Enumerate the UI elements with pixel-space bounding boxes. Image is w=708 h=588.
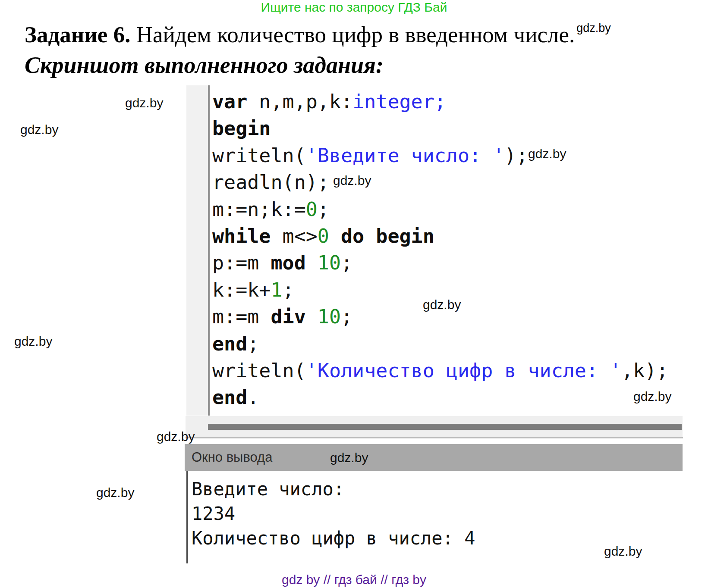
code-segment-number: 1 <box>271 278 282 301</box>
output-window-header: Окно вывода <box>185 444 683 471</box>
watermark: gdz.by <box>330 450 368 465</box>
code-segment-plain: m<> <box>271 225 317 247</box>
code-segment-keyword: end <box>212 386 247 409</box>
code-segment-keyword: mod <box>271 251 305 274</box>
code-segment-plain <box>306 251 318 274</box>
code-segment-number: 10 <box>318 251 341 274</box>
watermark: gdz.by <box>604 544 642 559</box>
code-line: readln(n); <box>212 169 668 196</box>
code-line: var n,m,p,k:integer; <box>212 88 668 115</box>
code-segment-plain: ; <box>341 305 352 328</box>
scrollbar-thumb[interactable] <box>208 424 682 430</box>
footer-watermark: gdz by // гдз бай // гдз by <box>0 572 708 587</box>
output-line: 1234 <box>192 501 683 526</box>
code-segment-string: 'Количество цифр в числе: ' <box>306 359 622 382</box>
watermark: gdz.by <box>157 429 195 444</box>
task-subtitle: Скриншот выполненного задания: <box>25 52 384 78</box>
task-number: Задание 6. <box>25 22 130 47</box>
watermark: gdz.by <box>125 96 163 110</box>
code-segment-plain: writeln( <box>212 359 306 382</box>
watermark: gdz.by <box>633 389 671 404</box>
divider-line <box>186 437 683 438</box>
code-segment-plain: ,k); <box>621 359 668 382</box>
code-segment-keyword: div <box>271 305 305 328</box>
code-segment-plain: ; <box>341 251 352 274</box>
code-segment-plain: writeln( <box>212 144 306 167</box>
watermark: gdz.by <box>528 147 566 161</box>
code-segment-keyword: while <box>212 225 271 247</box>
code-segment-plain: n,m,p,k: <box>247 90 352 113</box>
watermark: gdz.by <box>20 122 58 137</box>
code-segment-plain: ; <box>283 278 294 301</box>
page: Ищите нас по запросу ГДЗ Бай Задание 6. … <box>0 0 708 588</box>
code-editor[interactable]: var n,m,p,k:integer;beginwriteln('Введит… <box>212 88 668 411</box>
code-segment-keyword: begin <box>212 117 271 140</box>
code-segment-plain: . <box>247 386 259 409</box>
task-text: Найдем количество цифр в введенном числе… <box>130 22 575 47</box>
code-line: m:=n;k:=0; <box>212 196 668 223</box>
code-segment-number: 0 <box>306 198 318 221</box>
promo-banner: Ищите нас по запросу ГДЗ Бай <box>0 0 708 15</box>
code-segment-plain: readln(n); <box>212 171 329 194</box>
code-segment-number: 10 <box>318 305 341 328</box>
code-segment-plain: ); <box>504 144 528 167</box>
code-segment-plain: ; <box>318 198 329 221</box>
code-line: writeln('Введите число: '); <box>212 142 668 169</box>
code-segment-plain: m:=n;k:= <box>212 198 306 221</box>
code-line: begin <box>212 115 668 142</box>
watermark: gdz.by <box>96 485 134 500</box>
horizontal-scrollbar[interactable] <box>186 416 683 438</box>
code-line: end. <box>212 384 668 411</box>
watermark: gdz.by <box>14 334 52 349</box>
editor-gutter <box>186 85 210 416</box>
code-segment-keyword: end <box>212 332 247 355</box>
code-segment-plain: p:=m <box>212 251 271 274</box>
watermark: gdz.by <box>333 173 371 188</box>
watermark: gdz.by <box>423 297 461 312</box>
code-segment-plain: ; <box>247 332 259 355</box>
code-line: writeln('Количество цифр в числе: ',k); <box>212 357 668 384</box>
code-line: end; <box>212 331 668 357</box>
task-heading: Задание 6. Найдем количество цифр в введ… <box>25 22 611 47</box>
output-window-title: Окно вывода <box>192 450 272 465</box>
code-segment-plain: m:=m <box>212 305 271 328</box>
code-line: p:=m mod 10; <box>212 250 668 276</box>
code-segment-number: 0 <box>318 225 329 247</box>
output-line: Введите число: <box>192 477 683 501</box>
code-segment-type: integer; <box>352 90 446 113</box>
code-line: while m<>0 do begin <box>212 223 668 250</box>
output-text: Введите число:1234Количество цифр в числ… <box>188 471 683 550</box>
code-segment-plain <box>306 305 318 328</box>
code-segment-string: 'Введите число: ' <box>306 144 505 167</box>
task-superscript-watermark: gdz.by <box>576 22 611 34</box>
code-segment-keyword: do begin <box>329 225 434 247</box>
code-segment-plain: k:=k+ <box>212 278 271 301</box>
code-segment-keyword: var <box>212 90 247 113</box>
